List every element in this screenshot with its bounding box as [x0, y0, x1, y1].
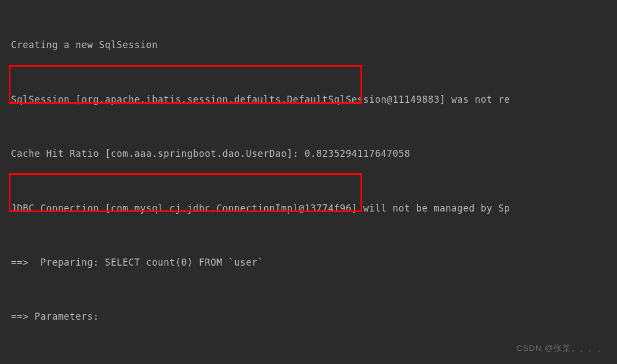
log-line: Creating a new SqlSession — [11, 36, 606, 54]
watermark-text: CSDN @张某。。。。 — [516, 340, 606, 356]
log-line-parameters: ==> Parameters: — [11, 308, 606, 326]
log-line: SqlSession [org.apache.ibatis.session.de… — [11, 91, 606, 109]
log-line: JDBC Connection [com.mysql.cj.jdbc.Conne… — [11, 199, 606, 218]
log-line-preparing: ==> Preparing: SELECT count(0) FROM `use… — [11, 254, 606, 272]
console-output: Creating a new SqlSession SqlSession [or… — [0, 0, 617, 364]
log-line: Cache Hit Ratio [com.aaa.springboot.dao.… — [11, 145, 606, 163]
